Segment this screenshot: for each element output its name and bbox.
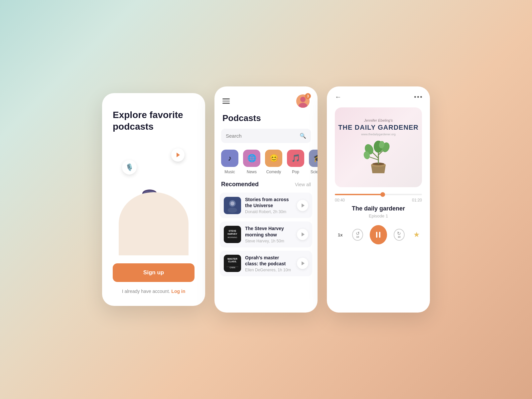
podcast-meta-oprah: Ellen DeGeneres, 1h 10m <box>245 268 293 272</box>
svg-text:HARVEY: HARVEY <box>227 233 237 235</box>
pause-button[interactable] <box>370 225 387 244</box>
thumb-image-stories <box>224 197 241 214</box>
news-label: News <box>247 170 257 174</box>
pause-icon <box>376 232 380 238</box>
podcast-title-steve: The Steve Harvey morning show <box>245 225 293 237</box>
back-button[interactable]: ← <box>335 93 341 101</box>
album-subtitle: Jennifer Ebeling's <box>364 118 393 122</box>
podcast-info-steve: The Steve Harvey morning show Steve Harv… <box>245 225 293 243</box>
podcast-thumb-oprah: MASTER CLASS. OWN <box>224 255 241 272</box>
progress-area: 00:40 01:20 <box>335 194 422 202</box>
svg-text:STEVE: STEVE <box>229 230 236 232</box>
podcast-thumb-stories <box>224 197 241 214</box>
svg-text:CLASS.: CLASS. <box>228 260 237 263</box>
notification-badge: 3 <box>305 93 311 99</box>
skip-back-arrow-icon: ↺ <box>356 231 360 236</box>
microphone-icon: 🎙️ <box>125 163 134 171</box>
dot-2 <box>417 96 419 98</box>
podcast-title-stories: Stories from across the Universe <box>245 197 293 208</box>
thumb-image-steve: STEVE HARVEY MORNING <box>224 226 241 243</box>
news-category-icon: 🌐 <box>243 150 260 167</box>
category-pop[interactable]: 🎵 Pop <box>287 150 304 174</box>
thumb-image-oprah: MASTER CLASS. OWN <box>224 255 241 272</box>
category-music[interactable]: ♪ Music <box>221 150 238 174</box>
science-label: Science <box>311 170 318 174</box>
music-label: Music <box>224 170 235 174</box>
pause-bar-right <box>379 232 380 238</box>
skip-forward-label: 10 <box>398 236 401 238</box>
svg-text:OWN: OWN <box>229 266 235 269</box>
pop-label: Pop <box>292 170 299 174</box>
play-button-oprah[interactable] <box>297 258 308 269</box>
track-info: The daily gardener Episode 1 <box>335 205 422 218</box>
podcast-item-steve[interactable]: STEVE HARVEY MORNING The Steve Harvey mo… <box>220 221 312 247</box>
favorite-button[interactable]: ★ <box>411 229 422 241</box>
player-controls: 1x ↺ 10 ↻ 10 ★ <box>335 225 422 244</box>
categories-list: ♪ Music 🌐 News 😊 Comedy 🎵 Pop 🎓 Science <box>214 150 318 181</box>
progress-times: 00:40 01:20 <box>335 198 422 202</box>
play-button-steve[interactable] <box>297 229 308 240</box>
player-screen: ← Jennifer Ebeling's THE DAILY GARDENER … <box>327 86 430 313</box>
podcast-thumb-steve: STEVE HARVEY MORNING <box>224 226 241 243</box>
album-url: www.thedailygardener.org <box>361 133 396 136</box>
podcast-meta-stories: Donald Robert, 2h 30m <box>245 209 293 214</box>
plant-illustration <box>362 140 395 177</box>
menu-line-1 <box>222 98 230 99</box>
track-title: The daily gardener <box>335 205 422 212</box>
recommended-title: Recomended <box>221 181 259 188</box>
dot-3 <box>420 96 422 98</box>
album-art: Jennifer Ebeling's THE DAILY GARDENER ww… <box>335 107 422 187</box>
speed-button[interactable]: 1x <box>335 232 345 237</box>
skip-forward-arrow-icon: ↻ <box>397 231 401 236</box>
recommended-header: Recomended View all <box>214 181 318 193</box>
menu-button[interactable] <box>222 98 230 104</box>
pause-bar-left <box>376 232 377 238</box>
skip-back-button[interactable]: ↺ 10 <box>352 229 363 241</box>
podcast-title-oprah: Oprah's master class: the podcast <box>245 255 293 267</box>
svg-text:MORNING: MORNING <box>228 237 237 239</box>
category-comedy[interactable]: 😊 Comedy <box>265 150 282 174</box>
search-icon: 🔍 <box>300 133 306 139</box>
track-episode: Episode 1 <box>335 213 422 218</box>
podcast-item-oprah[interactable]: MASTER CLASS. OWN Oprah's master class: … <box>220 251 312 276</box>
pop-category-icon: 🎵 <box>287 150 304 167</box>
more-options-button[interactable] <box>414 96 422 98</box>
podcast-info-stories: Stories from across the Universe Donald … <box>245 197 293 214</box>
play-icon-oprah <box>302 261 305 265</box>
progress-thumb <box>380 192 385 197</box>
progress-bar[interactable] <box>335 194 422 195</box>
podcast-info-oprah: Oprah's master class: the podcast Ellen … <box>245 255 293 272</box>
svg-text:MASTER: MASTER <box>227 258 237 260</box>
user-avatar-wrap[interactable]: 3 <box>296 94 310 108</box>
onboarding-screen: Explore favorite podcasts 🎙️ <box>102 93 205 306</box>
music-category-icon: ♪ <box>221 150 238 167</box>
view-all-link[interactable]: View all <box>295 182 311 187</box>
category-science[interactable]: 🎓 Science <box>309 150 318 174</box>
play-button-stories[interactable] <box>297 200 308 211</box>
album-main-title: THE DAILY GARDENER <box>338 124 418 131</box>
comedy-category-icon: 😊 <box>265 150 282 167</box>
search-input[interactable] <box>226 133 297 139</box>
podcast-item-stories[interactable]: Stories from across the Universe Donald … <box>220 193 312 218</box>
podcasts-title: Podcasts <box>214 110 318 129</box>
login-prompt: I already have account. Log in <box>113 289 195 294</box>
play-icon <box>177 153 180 157</box>
menu-line-2 <box>222 101 230 102</box>
podcasts-header: 3 <box>214 86 318 110</box>
time-current: 00:40 <box>335 198 345 202</box>
science-category-icon: 🎓 <box>309 150 318 167</box>
star-icon: ★ <box>413 230 420 239</box>
play-icon-steve <box>302 232 305 236</box>
signup-button[interactable]: Sign up <box>113 263 195 282</box>
comedy-label: Comedy <box>266 170 281 174</box>
podcast-list: Stories from across the Universe Donald … <box>214 193 318 313</box>
skip-forward-button[interactable]: ↻ 10 <box>394 229 405 241</box>
login-link[interactable]: Log in <box>171 289 185 294</box>
menu-line-3 <box>222 103 230 104</box>
svg-point-27 <box>230 201 234 205</box>
category-news[interactable]: 🌐 News <box>243 150 260 174</box>
play-bubble <box>171 148 185 162</box>
play-icon-stories <box>302 203 305 207</box>
progress-fill <box>335 194 383 195</box>
search-bar[interactable]: 🔍 <box>221 129 311 143</box>
